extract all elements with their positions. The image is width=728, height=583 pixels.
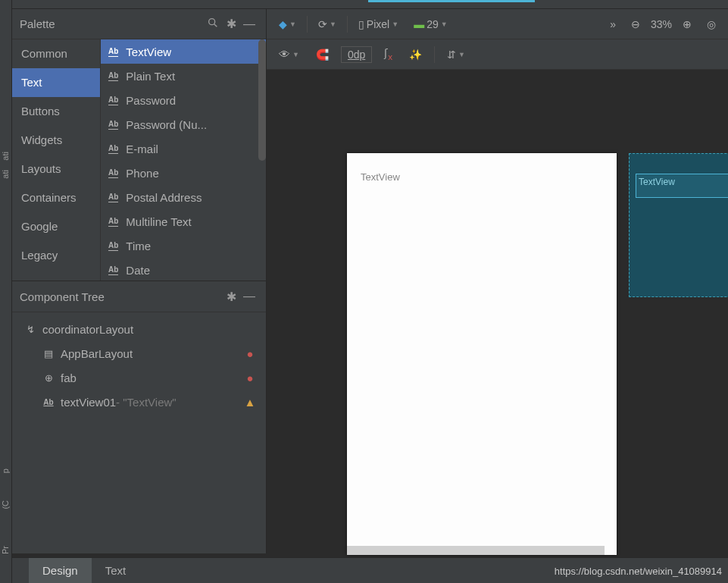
palette-scrollbar[interactable] (258, 39, 266, 161)
ab-icon: Ab (41, 398, 56, 406)
palette-item-password-numeric[interactable]: AbPassword (Nu... (101, 112, 266, 136)
design-toolbar-secondary: 👁▼ 🧲 0dp ʃx ✨ ⇵▼ (267, 39, 728, 70)
palette-item-textview[interactable]: AbTextView (101, 39, 266, 64)
ab-icon: Ab (108, 193, 118, 202)
appbar-icon: ▤ (41, 348, 56, 359)
ab-icon: Ab (108, 168, 118, 178)
preview-textview[interactable]: TextView (361, 171, 400, 183)
ab-icon: Ab (108, 96, 118, 105)
clear-constraints-button[interactable]: ʃx (380, 44, 397, 64)
infer-constraints-button[interactable]: ✨ (405, 45, 426, 64)
surface-select-button[interactable]: ◆▼ (274, 15, 301, 33)
palette-items: AbTextView AbPlain Text AbPassword AbPas… (100, 39, 266, 281)
palette-category-google[interactable]: Google (12, 212, 100, 241)
search-icon[interactable] (204, 17, 222, 32)
orientation-button[interactable]: ⟳▼ (314, 15, 341, 33)
component-tree-title: Component Tree (20, 290, 222, 303)
warning-badge-icon: ▲ (243, 396, 257, 409)
palette-category-layouts[interactable]: Layouts (12, 155, 100, 183)
active-tab-indicator (368, 0, 535, 2)
gear-icon[interactable]: ✱ (222, 290, 240, 304)
overflow-button[interactable]: » (605, 15, 620, 33)
tree-row-textview01[interactable]: Ab textView01- "TextView" ▲ (12, 390, 266, 414)
palette-item-postal[interactable]: AbPostal Address (101, 185, 266, 209)
ab-icon: Ab (108, 71, 118, 81)
tree-row-fab[interactable]: ⊕ fab ● (12, 365, 266, 390)
component-tree-header: Component Tree ✱ — (12, 281, 266, 312)
autoconnect-toggle[interactable]: 🧲 (311, 45, 333, 64)
tab-text[interactable]: Text (92, 558, 140, 584)
palette-category-text[interactable]: Text (12, 68, 100, 97)
palette-item-email[interactable]: AbE-mail (101, 136, 266, 161)
android-icon: ▬ (414, 18, 424, 30)
palette-item-time[interactable]: AbTime (101, 234, 266, 258)
tree-row-appbarlayout[interactable]: ▤ AppBarLayout ● (12, 341, 266, 365)
palette-category-legacy[interactable]: Legacy (12, 241, 100, 270)
palette-item-phone[interactable]: AbPhone (101, 161, 266, 185)
tree-row-coordinatorlayout[interactable]: ↯ coordinatorLayout (12, 317, 266, 341)
zoom-out-button[interactable]: ⊖ (626, 15, 645, 33)
palette-item-plaintext[interactable]: AbPlain Text (101, 64, 266, 88)
editor-tabs (12, 0, 728, 9)
strip-label: (C (1, 500, 10, 509)
view-options-button[interactable]: 👁▼ (274, 45, 304, 64)
palette-category-containers[interactable]: Containers (12, 183, 100, 212)
align-button[interactable]: ⇵▼ (442, 45, 470, 64)
palette-category-widgets[interactable]: Widgets (12, 126, 100, 155)
ab-icon: Ab (108, 47, 118, 57)
palette-item-date[interactable]: AbDate (101, 258, 266, 281)
minimize-icon[interactable]: — (240, 17, 258, 31)
tab-design[interactable]: Design (29, 558, 92, 584)
palette-item-password[interactable]: AbPassword (101, 88, 266, 112)
default-margin-button[interactable]: 0dp (341, 46, 372, 63)
strip-label: p (1, 469, 10, 473)
magnet-icon: 🧲 (316, 49, 329, 61)
phone-icon: ▯ (358, 18, 364, 30)
component-tree-panel: Component Tree ✱ — ↯ coordinatorLayout ▤… (12, 281, 267, 553)
ab-icon: Ab (108, 241, 118, 251)
palette-panel: Palette ✱ — Common Text Buttons Widgets … (12, 9, 267, 281)
zoom-in-button[interactable]: ⊕ (678, 15, 696, 33)
minimize-icon[interactable]: — (240, 290, 258, 303)
strip-label: Pr (1, 546, 10, 554)
watermark-text: https://blog.csdn.net/weixin_41089914 (555, 566, 722, 577)
component-tree-body: ↯ coordinatorLayout ▤ AppBarLayout ● ⊕ f… (12, 312, 266, 418)
horizontal-scrollbar[interactable] (347, 546, 605, 555)
design-preview[interactable]: TextView (347, 153, 617, 555)
wand-icon: ✨ (409, 49, 422, 61)
clear-icon: ʃx (384, 47, 392, 61)
design-editor: ◆▼ ⟳▼ ▯Pixel▼ ▬29▼ » ⊖ 33% ⊕ ◎ 👁▼ 🧲 0dp … (267, 9, 728, 557)
zoom-fit-button[interactable]: ◎ (702, 15, 720, 33)
fab-icon: ⊕ (41, 372, 56, 384)
palette-category-common[interactable]: Common (12, 39, 100, 68)
svg-line-1 (214, 24, 217, 27)
svg-point-0 (209, 18, 215, 24)
ab-icon: Ab (108, 144, 118, 154)
blueprint-textview[interactable]: TextView (639, 177, 675, 187)
ab-icon: Ab (108, 217, 118, 227)
strip-label: ati (1, 170, 10, 179)
zoom-percent: 33% (651, 18, 672, 30)
ab-icon: Ab (108, 120, 118, 130)
palette-categories: Common Text Buttons Widgets Layouts Cont… (12, 39, 100, 281)
gear-icon[interactable]: ✱ (222, 17, 240, 31)
error-badge-icon: ● (243, 347, 257, 360)
design-toolbar-primary: ◆▼ ⟳▼ ▯Pixel▼ ▬29▼ » ⊖ 33% ⊕ ◎ (267, 9, 728, 39)
layout-icon: ↯ (23, 324, 38, 335)
palette-header: Palette ✱ — (12, 9, 266, 39)
ab-icon: Ab (108, 265, 118, 275)
align-icon: ⇵ (447, 49, 456, 61)
blueprint-preview[interactable]: ↑ 20 TextView (629, 153, 728, 297)
error-badge-icon: ● (243, 371, 257, 384)
palette-category-buttons[interactable]: Buttons (12, 97, 100, 126)
api-select-button[interactable]: ▬29▼ (409, 15, 452, 33)
editor-mode-tabs: Design Text https://blog.csdn.net/weixin… (12, 557, 728, 583)
eye-icon: 👁 (279, 48, 290, 61)
design-canvas[interactable]: TextView ↑ 20 TextView (267, 70, 728, 557)
palette-item-multiline[interactable]: AbMultiline Text (101, 209, 266, 234)
strip-label: ati (1, 152, 10, 161)
device-select-button[interactable]: ▯Pixel▼ (354, 15, 403, 33)
palette-title: Palette (20, 17, 204, 30)
left-tool-strip: ati ati p (C Pr (0, 0, 12, 583)
